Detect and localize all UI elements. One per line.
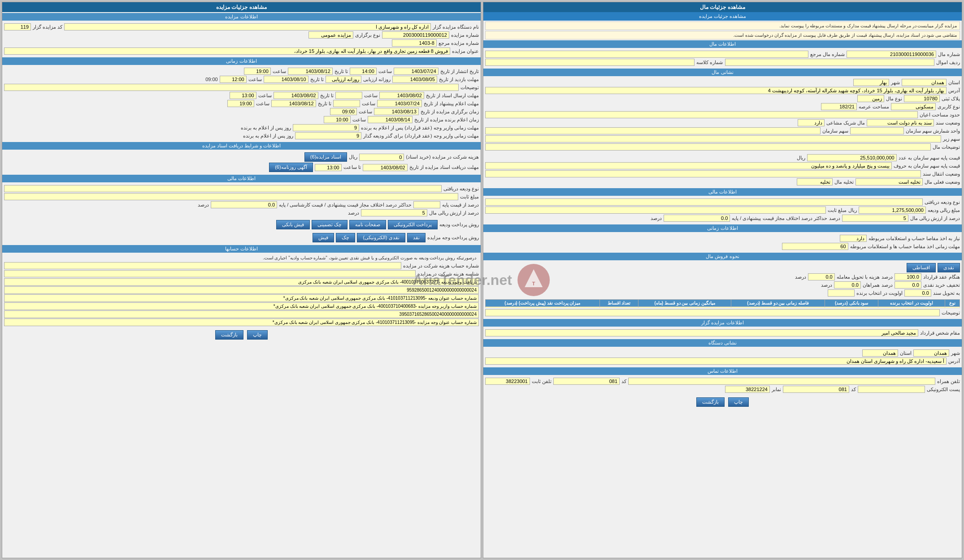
bargozari-saat-az-input[interactable]: [330, 108, 357, 115]
hamrahane-input[interactable]: [834, 281, 861, 289]
shm-marja-input[interactable]: [392, 39, 437, 47]
namabar-input[interactable]: [725, 386, 770, 393]
ealame-az-input[interactable]: [368, 116, 413, 123]
nov-mal-input[interactable]: [857, 95, 884, 102]
shm-mal-input[interactable]: [847, 51, 936, 58]
ealame-saat-az-input[interactable]: [324, 116, 351, 123]
pishow-saat-az-input[interactable]: [333, 100, 360, 107]
baz-did-az-input[interactable]: [392, 76, 437, 83]
naghd-tab[interactable]: نقدی: [938, 263, 960, 272]
ostan-input[interactable]: [902, 79, 947, 86]
vazyat-feqhi-input[interactable]: [855, 178, 923, 185]
telfn-cod-input[interactable]: [553, 378, 620, 385]
shamare-hesab-sherkate-input[interactable]: [4, 262, 401, 269]
maghame-input[interactable]: [485, 329, 918, 336]
shenase-sherkate-input[interactable]: [4, 270, 416, 277]
tahliye-input[interactable]: [797, 178, 833, 185]
bargozari-az-input[interactable]: [374, 108, 419, 115]
pardakht-elektroniki-button[interactable]: پرداخت الکترونیکی: [388, 220, 438, 229]
darsad-arzesh-right-input[interactable]: [361, 209, 427, 216]
left-bazgasht-button[interactable]: بازگشت: [696, 397, 725, 407]
elektroniki-button[interactable]: نقدی (الکترونیکی): [357, 233, 405, 242]
nov-vadiye-input[interactable]: [485, 198, 923, 206]
rozane-input[interactable]: [326, 76, 361, 83]
hzine-sherkat-input[interactable]: [359, 154, 404, 161]
mohlat-variz-input[interactable]: [293, 124, 359, 131]
code-mazayede-input[interactable]: [4, 23, 31, 30]
sad-saat-ta-input[interactable]: [230, 92, 256, 99]
aqsati-tab[interactable]: اقساطی: [907, 263, 936, 272]
niaz-input[interactable]: [840, 235, 867, 242]
karbri-input[interactable]: [891, 103, 936, 110]
mablagh-vadiye-input[interactable]: [859, 207, 926, 214]
eteshaar-az-input[interactable]: [394, 68, 439, 75]
pishow-ta-input[interactable]: [271, 100, 316, 107]
darsad-ikhtilaf-input[interactable]: [664, 215, 730, 222]
eteshaar-ta-input[interactable]: [288, 68, 333, 75]
adrs-dastgah-input[interactable]: [485, 358, 947, 365]
post-elec-input[interactable]: [858, 386, 925, 393]
plak-input[interactable]: [904, 95, 940, 102]
rdif-input[interactable]: [725, 59, 934, 66]
vazyat-antqal-input[interactable]: [485, 170, 921, 177]
darsad-ikhtilaf-right-input[interactable]: [211, 201, 277, 208]
vazyat-input[interactable]: [867, 119, 934, 126]
mablagh-sabt-input[interactable]: [485, 207, 826, 214]
sahm-sazman-input[interactable]: [485, 127, 821, 134]
sahm-zir-input[interactable]: [485, 135, 941, 142]
fisch-button[interactable]: فیش: [313, 233, 334, 242]
toziyat-input[interactable]: [485, 143, 931, 151]
sad-ta-input[interactable]: [274, 92, 318, 99]
mohlat-akz-input[interactable]: [782, 243, 848, 250]
naghd-button[interactable]: نقد: [407, 233, 426, 242]
qimat-paye-input[interactable]: [807, 154, 897, 161]
darsad-paye-input[interactable]: [413, 201, 440, 208]
pishow-az-input[interactable]: [377, 100, 422, 107]
telfn-sabt-input[interactable]: [485, 378, 530, 385]
vajed-input[interactable]: [850, 127, 904, 134]
mohlat-ghd-input[interactable]: [295, 132, 361, 139]
adrs-input[interactable]: [485, 87, 947, 94]
asnad-button[interactable]: اسناد مزایده(6): [304, 152, 347, 162]
sefhat-name-button[interactable]: صفحات نامه: [349, 220, 386, 229]
right-chap-button[interactable]: چاپ: [247, 330, 268, 340]
hangam-input[interactable]: [895, 273, 921, 280]
sad-saat-az-input[interactable]: [335, 92, 362, 99]
fisch-banki-button[interactable]: فیش بانکی: [276, 220, 310, 229]
mablagh-sabt-right-input[interactable]: [4, 193, 458, 200]
be-tahvil-input[interactable]: [904, 289, 931, 297]
masahat-input[interactable]: [821, 103, 857, 110]
sad-az-input[interactable]: [379, 92, 424, 99]
shrik-input[interactable]: [798, 119, 825, 126]
shahr-dastgah-input[interactable]: [913, 349, 949, 357]
dariyaft-ta-input[interactable]: [315, 164, 342, 171]
right-bazgasht-button[interactable]: بازگشت: [215, 330, 243, 340]
chek-button[interactable]: چک: [336, 233, 355, 242]
toziyat-zamani-input[interactable]: [4, 84, 459, 91]
darsad-arzesh-input[interactable]: [842, 215, 908, 222]
nam-dastgah-input[interactable]: [64, 23, 431, 30]
namabar-cod-input[interactable]: [783, 386, 849, 393]
takhfif-input[interactable]: [895, 281, 921, 289]
hzine-input[interactable]: [808, 273, 835, 280]
onvan-input[interactable]: [4, 47, 450, 55]
telfn-hemrh-input[interactable]: [628, 378, 935, 385]
klasme-input[interactable]: [485, 59, 695, 66]
chek-tazmin-button[interactable]: چک تضمینی: [312, 220, 347, 229]
left-chap-button[interactable]: چاپ: [728, 397, 749, 407]
avlvyat-input[interactable]: [828, 289, 855, 297]
saat-baz-did-ta-input[interactable]: [220, 76, 247, 83]
saat-az-input[interactable]: [350, 68, 377, 75]
ostan-dastgah-input[interactable]: [862, 349, 898, 357]
shahr-input[interactable]: [853, 79, 889, 86]
baz-did-ta-input[interactable]: [264, 76, 308, 83]
toziyat-grid-input[interactable]: [485, 309, 940, 316]
qimat-hrf-input[interactable]: [485, 162, 892, 169]
nov-vadiye-right-input[interactable]: [4, 185, 442, 192]
akfi-button[interactable]: آگهی روزنامه(6): [269, 163, 313, 172]
pishow-saat-ta-input[interactable]: [227, 100, 254, 107]
shm-mazayede-input[interactable]: [382, 31, 449, 39]
shm-mal-marja-input[interactable]: [485, 51, 808, 58]
nov-bargozari-input[interactable]: [308, 31, 353, 39]
dariyaft-az-input[interactable]: [363, 164, 408, 171]
